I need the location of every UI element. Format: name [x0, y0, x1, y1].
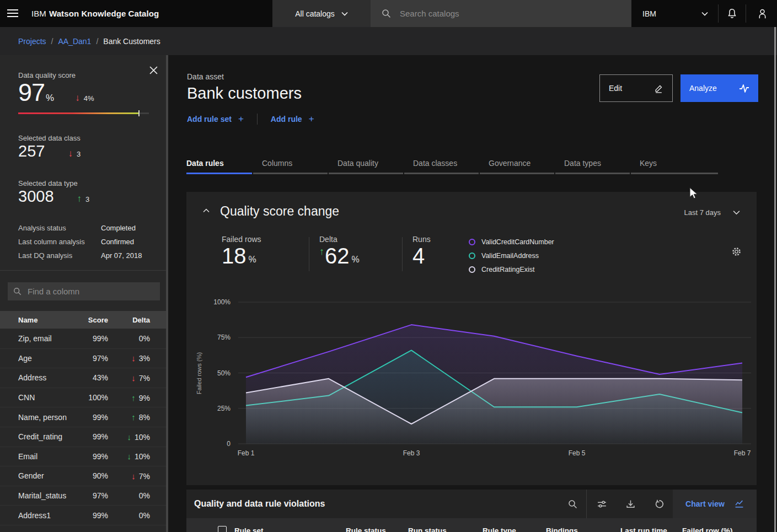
violations-column-header[interactable]: Run status: [408, 518, 447, 532]
column-name: Name, person: [18, 413, 75, 422]
violations-column-header[interactable]: Rule type: [483, 518, 516, 532]
delta-value: 9%: [139, 394, 150, 402]
rule-violations-card: Quality and data rule violations: [186, 490, 757, 532]
arrow-up-icon: ↑: [131, 412, 136, 422]
asset-type-label: Data asset: [187, 72, 224, 81]
add-rule-link[interactable]: Add rule +: [271, 114, 314, 125]
legend-label: ValidCreditCardNumber: [481, 238, 554, 246]
violations-column-header[interactable]: Rule status: [346, 518, 386, 532]
legend-item-validcreditcardnumber[interactable]: ValidCreditCardNumber: [469, 235, 554, 249]
status-value: Confirmed: [101, 238, 134, 246]
chevron-down-icon: [701, 12, 708, 16]
tab-label: Columns: [262, 159, 292, 168]
status-row: Last column analysisConfirmed: [18, 235, 151, 249]
refresh-button[interactable]: [646, 490, 672, 518]
close-sidebar-button[interactable]: [149, 65, 159, 75]
violations-header: Quality and data rule violations: [186, 490, 757, 518]
catalog-search[interactable]: [371, 0, 631, 27]
column-name: Address1: [18, 511, 75, 520]
arrow-down-icon: ↓: [131, 471, 136, 481]
pencil-icon: [654, 84, 663, 93]
breadcrumb-current: Bank Customers: [103, 37, 160, 46]
edit-button[interactable]: Edit: [599, 74, 673, 102]
find-column-input[interactable]: [26, 286, 154, 297]
tab-data-rules[interactable]: Data rules: [186, 152, 253, 174]
svg-text:25%: 25%: [217, 405, 231, 412]
chart-view-toggle[interactable]: Chart view: [673, 490, 757, 518]
add-rule-set-link[interactable]: Add rule set +: [187, 114, 244, 125]
violations-column-header[interactable]: Rule set: [234, 518, 264, 532]
download-icon: [626, 499, 635, 509]
table-row[interactable]: Age97%↓3%: [0, 348, 168, 368]
search-violations-button[interactable]: [559, 490, 586, 518]
chart-settings-button[interactable]: [732, 247, 741, 256]
catalog-search-input[interactable]: [399, 8, 631, 19]
collapse-card-button[interactable]: [203, 208, 210, 213]
analyze-button[interactable]: Analyze: [680, 74, 758, 102]
menu-button[interactable]: [7, 8, 19, 18]
violations-table-header: Rule setRule statusRun statusRule typeBi…: [186, 518, 757, 532]
table-row[interactable]: Name, person99%↑8%: [0, 407, 168, 427]
tab-governance[interactable]: Governance: [480, 152, 555, 174]
filter-button[interactable]: [588, 490, 615, 518]
status-row: Last DQ analysisApr 07, 2018: [18, 249, 151, 262]
tab-data-quality[interactable]: Data quality: [329, 152, 404, 174]
stat-label: Runs: [412, 235, 457, 244]
chevron-down-icon: [341, 12, 348, 16]
legend-item-creditratingexist[interactable]: CreditRatingExist: [469, 262, 554, 276]
violations-column-header[interactable]: Bindings: [546, 518, 578, 532]
column-delta: 0%: [108, 334, 150, 343]
download-button[interactable]: [617, 490, 644, 518]
table-row[interactable]: Address199%0%: [0, 505, 168, 525]
data-class-label: Selected data class: [18, 134, 81, 142]
breadcrumb-project[interactable]: AA_Dan1: [58, 37, 91, 46]
table-row[interactable]: Address43%↓7%: [0, 368, 168, 388]
sidebar-divider: [0, 270, 168, 271]
stat-value: 18: [222, 245, 247, 267]
delta-value: 7%: [139, 374, 150, 383]
quality-score-chart: 100%75%50%25%0Failed rows (%)Feb 1Feb 3F…: [186, 292, 757, 458]
svg-text:Feb 5: Feb 5: [569, 449, 586, 457]
column-name: Age: [18, 354, 75, 363]
violations-column-header[interactable]: Last run time: [620, 518, 667, 532]
chevron-down-icon: [733, 210, 740, 215]
profile-button[interactable]: [748, 0, 777, 27]
chart-stats: Failed rows 18 % Delta ↑ 62 % Runs 4: [222, 235, 554, 276]
delta-value: 8%: [139, 413, 150, 422]
tab-data-types[interactable]: Data types: [555, 152, 631, 174]
svg-text:Feb 1: Feb 1: [238, 449, 255, 457]
brand-name: Watson Knowledge Catalog: [49, 9, 159, 18]
data-type-delta: ↑ 3: [77, 194, 90, 205]
table-row[interactable]: Zip, email99%0%: [0, 329, 168, 348]
add-actions-divider: [257, 114, 258, 125]
table-row[interactable]: Credit_rating99%↓10%: [0, 427, 168, 447]
legend-item-validemailaddress[interactable]: ValidEmailAddress: [469, 249, 554, 262]
tab-data-classes[interactable]: Data classes: [404, 152, 480, 174]
page-scrollbar[interactable]: [774, 27, 776, 532]
card-title: Quality score change: [220, 204, 339, 219]
plus-icon: +: [309, 114, 314, 125]
notifications-button[interactable]: [718, 0, 746, 27]
select-all-checkbox[interactable]: [218, 526, 227, 532]
table-row[interactable]: Email99%↓10%: [0, 447, 168, 466]
tab-columns[interactable]: Columns: [253, 152, 329, 174]
tabs: Data rulesColumnsData qualityData classe…: [186, 152, 719, 174]
table-row[interactable]: Gender90%↓7%: [0, 466, 168, 486]
breadcrumb-projects[interactable]: Projects: [18, 37, 46, 46]
tab-keys[interactable]: Keys: [631, 152, 719, 174]
find-column-search[interactable]: [8, 282, 160, 300]
violations-column-header[interactable]: Failed row (%): [682, 518, 733, 532]
refresh-icon: [655, 499, 664, 509]
column-score: 97%: [75, 491, 108, 500]
column-delta: ↓7%: [108, 471, 150, 481]
table-row[interactable]: [0, 525, 168, 532]
search-icon: [382, 9, 391, 18]
account-selector[interactable]: IBM: [631, 0, 718, 27]
catalog-selector[interactable]: All catalogs: [272, 0, 371, 27]
svg-text:75%: 75%: [217, 334, 231, 341]
user-avatar-icon: [757, 8, 768, 19]
time-range-selector[interactable]: Last 7 days: [684, 208, 741, 217]
arrow-down-icon: ↓: [127, 432, 131, 442]
table-row[interactable]: Marital_status97%0%: [0, 486, 168, 506]
table-row[interactable]: CNN100%↑9%: [0, 388, 168, 407]
